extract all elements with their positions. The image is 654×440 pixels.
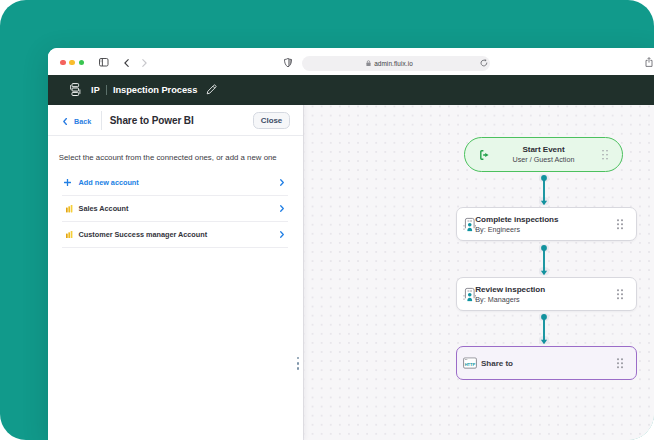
share-panel: Back Share to Power BI Close Select the … — [48, 105, 303, 440]
close-button[interactable]: Close — [253, 112, 290, 129]
sidebar-icon[interactable] — [99, 58, 109, 67]
row-divider — [62, 247, 288, 248]
pencil-icon[interactable] — [206, 84, 217, 95]
app-header: IP Inspection Process — [48, 75, 654, 105]
browser-chrome: admin.fluix.io — [48, 48, 654, 75]
drag-handle-icon[interactable] — [617, 358, 623, 368]
panel-resize-handle[interactable] — [296, 357, 301, 370]
account-list: Add new account — [48, 170, 303, 248]
panel-header: Back Share to Power BI Close — [48, 105, 303, 136]
node-subtitle: By: Managers — [475, 295, 545, 304]
node-subtitle: By: Engineers — [475, 225, 558, 234]
drag-handle-icon[interactable] — [617, 219, 623, 229]
add-account-label: Add new account — [79, 178, 139, 187]
back-icon[interactable] — [124, 59, 129, 67]
header-divider — [101, 111, 102, 130]
workflow-steps-icon — [70, 83, 81, 96]
chevron-right-icon — [280, 231, 284, 238]
drag-handle-icon[interactable] — [617, 289, 623, 299]
back-label: Back — [74, 117, 91, 126]
assignee-icon — [463, 287, 477, 302]
reload-icon[interactable] — [480, 59, 488, 67]
node-title: Share to — [481, 359, 513, 368]
chevron-left-icon — [63, 118, 67, 125]
url-text: admin.fluix.io — [374, 60, 413, 67]
instruction-text: Select the account from the connected on… — [59, 153, 299, 162]
drag-handle-icon[interactable] — [602, 150, 608, 160]
svg-text:HTTP: HTTP — [464, 362, 475, 367]
account-label: Sales Account — [79, 204, 129, 213]
start-event-icon — [480, 150, 489, 160]
assignee-icon — [463, 217, 477, 232]
connector-arrow — [537, 172, 551, 207]
connector-arrow — [537, 311, 551, 346]
traffic-light-zoom-button[interactable] — [79, 60, 85, 66]
app-body: Back Share to Power BI Close Select the … — [48, 105, 654, 440]
powerbi-icon — [66, 231, 73, 239]
forward-icon[interactable] — [142, 59, 147, 67]
teal-backdrop: admin.fluix.io IP Inspect — [0, 0, 654, 440]
account-label: Customer Success manager Account — [79, 230, 207, 239]
process-title: Inspection Process — [113, 85, 197, 95]
node-share-to[interactable]: HTTP Share to — [456, 346, 637, 380]
chevron-right-icon — [280, 179, 284, 186]
node-review-inspection[interactable]: Review inspection By: Managers — [456, 277, 637, 311]
node-title: Review inspection — [475, 285, 545, 294]
address-bar[interactable]: admin.fluix.io — [302, 56, 489, 71]
traffic-light-minimize-button[interactable] — [69, 60, 75, 66]
connector-arrow — [537, 241, 551, 277]
plus-icon — [64, 179, 71, 186]
powerbi-icon — [66, 205, 73, 213]
browser-window: admin.fluix.io IP Inspect — [48, 48, 654, 440]
http-icon: HTTP — [463, 357, 477, 369]
close-label: Close — [261, 116, 283, 125]
chevron-right-icon — [280, 205, 284, 212]
node-title: Complete inspections — [475, 215, 558, 224]
panel-title: Share to Power BI — [110, 105, 194, 136]
node-title: Start Event — [513, 145, 575, 154]
node-complete-inspections[interactable]: Complete inspections By: Engineers — [456, 207, 637, 241]
back-button[interactable]: Back — [63, 113, 91, 129]
add-account-row[interactable]: Add new account — [48, 170, 303, 195]
lock-icon — [366, 60, 371, 66]
workflow-canvas[interactable]: Start Event User / Guest Action — [303, 105, 654, 440]
share-icon[interactable] — [645, 57, 653, 67]
node-subtitle: User / Guest Action — [513, 155, 575, 164]
process-initials: IP — [91, 85, 100, 95]
node-start-event[interactable]: Start Event User / Guest Action — [464, 137, 623, 172]
appbar-divider — [106, 85, 107, 95]
account-row-customer-success[interactable]: Customer Success manager Account — [48, 222, 303, 247]
account-row-sales[interactable]: Sales Account — [48, 196, 303, 221]
shield-icon[interactable] — [284, 58, 292, 67]
traffic-light-close-button[interactable] — [60, 60, 66, 66]
